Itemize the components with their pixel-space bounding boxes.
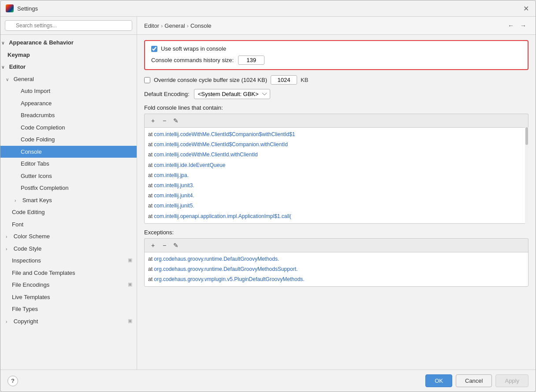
sidebar-item-editor-tabs[interactable]: Editor Tabs <box>0 158 137 170</box>
sidebar-item-code-style[interactable]: › Code Style <box>0 243 137 255</box>
override-buffer-label: Override console cycle buffer size (1024… <box>154 77 267 83</box>
buffer-size-input[interactable] <box>271 75 297 85</box>
sidebar-item-postfix-completion[interactable]: Postfix Completion <box>0 182 137 194</box>
close-button[interactable]: ✕ <box>521 4 530 13</box>
list-item: at org.codehaus.groovy.vmplugin.v5.Plugi… <box>145 274 528 285</box>
sidebar-item-file-encodings[interactable]: File Encodings ▣ <box>0 279 137 291</box>
sidebar-item-appearance[interactable]: Appearance <box>0 97 137 110</box>
ok-button[interactable]: OK <box>425 374 452 387</box>
sidebar-item-copyright[interactable]: › Copyright ▣ <box>0 315 137 328</box>
breadcrumb: Editor › General › Console <box>144 22 212 29</box>
soft-wraps-checkbox[interactable] <box>151 46 157 52</box>
kb-label: KB <box>301 77 308 83</box>
fold-list-container: at com.intellij.codeWithMe.ClientId$Comp… <box>144 127 529 224</box>
sidebar-item-appearance-behavior[interactable]: ∨ Appearance & Behavior <box>0 37 137 49</box>
exceptions-toolbar: + − ✎ <box>144 238 529 252</box>
dialog-title: Settings <box>17 5 38 12</box>
nav-forward-button[interactable]: → <box>518 20 529 31</box>
fold-toolbar: + − ✎ <box>144 114 529 127</box>
highlighted-settings-box: Use soft wraps in console Console comman… <box>144 40 529 70</box>
search-input[interactable] <box>5 20 132 31</box>
exceptions-edit-button[interactable]: ✎ <box>171 240 181 250</box>
nav-back-button[interactable]: ← <box>506 20 516 31</box>
settings-tree: ∨ Appearance & Behavior Keymap ∨ Editor … <box>0 35 137 370</box>
breadcrumb-editor: Editor <box>144 22 159 29</box>
exceptions-remove-button[interactable]: − <box>160 240 169 250</box>
app-icon <box>6 4 14 12</box>
chevron-icon: ∨ <box>6 76 12 83</box>
help-button[interactable]: ? <box>7 376 18 386</box>
encoding-select[interactable]: <System Default: GBK> UTF-8 ISO-8859-1 <box>194 89 270 99</box>
sidebar-item-font[interactable]: Font <box>0 218 137 231</box>
fold-list-inner: at com.intellij.codeWithMe.ClientId$Comp… <box>145 128 528 223</box>
encoding-label: Default Encoding: <box>144 91 190 97</box>
sidebar-item-inspections[interactable]: Inspections ▣ <box>0 255 137 267</box>
encoding-row: Default Encoding: <System Default: GBK> … <box>144 89 529 99</box>
file-encodings-icon: ▣ <box>128 281 132 288</box>
soft-wraps-label: Use soft wraps in console <box>161 45 226 52</box>
sidebar-item-gutter-icons[interactable]: Gutter Icons <box>0 170 137 182</box>
copyright-icon: ▣ <box>128 317 132 325</box>
sidebar-item-code-editing[interactable]: Code Editing <box>0 206 137 218</box>
exceptions-add-button[interactable]: + <box>148 240 158 250</box>
fold-remove-button[interactable]: − <box>160 116 169 126</box>
sidebar-item-live-templates[interactable]: Live Templates <box>0 291 137 303</box>
sidebar-item-general[interactable]: ∨ General <box>0 73 137 85</box>
list-item: at com.intellij.openapi.application.impl… <box>145 211 528 222</box>
sidebar-item-color-scheme[interactable]: › Color Scheme <box>0 230 137 243</box>
cancel-button[interactable]: Cancel <box>456 374 492 387</box>
exceptions-label: Exceptions: <box>144 229 529 236</box>
fold-section: Fold console lines that contain: + − ✎ a… <box>144 104 529 224</box>
exceptions-list-inner: at org.codehaus.groovy.runtime.DefaultGr… <box>145 252 528 287</box>
list-item: at org.codehaus.groovy.runtime.DefaultGr… <box>145 254 528 264</box>
chevron-icon: › <box>6 233 12 240</box>
fold-add-button[interactable]: + <box>148 116 158 126</box>
chevron-icon: › <box>15 197 21 204</box>
breadcrumb-general: General <box>164 22 185 29</box>
chevron-icon: ∨ <box>1 64 7 70</box>
list-item: at com.intellij.junit5. <box>145 201 528 211</box>
soft-wraps-row: Use soft wraps in console <box>151 45 521 52</box>
sidebar: 🔍 ∨ Appearance & Behavior Keymap ∨ Edito… <box>0 17 137 370</box>
fold-label: Fold console lines that contain: <box>144 104 529 111</box>
chevron-icon: › <box>6 318 12 325</box>
fold-list-box: at com.intellij.codeWithMe.ClientId$Comp… <box>144 127 529 224</box>
breadcrumb-sep1: › <box>161 22 163 29</box>
sidebar-item-code-completion[interactable]: Code Completion <box>0 122 137 134</box>
list-item: at com.intellij.ide.IdeEventQueue <box>145 160 528 170</box>
history-size-label: Console commands history size: <box>151 57 234 63</box>
bottom-bar: ? OK Cancel Apply <box>0 370 536 392</box>
inspections-icon: ▣ <box>128 256 132 264</box>
fold-scroll-thumb <box>525 127 528 145</box>
sidebar-item-editor[interactable]: ∨ Editor <box>0 61 137 73</box>
sidebar-item-file-code-templates[interactable]: File and Code Templates <box>0 267 137 279</box>
list-item: at com.intellij.codeWithMe.ClientId$Comp… <box>145 140 528 150</box>
action-buttons: OK Cancel Apply <box>425 374 529 387</box>
sidebar-item-file-types[interactable]: File Types <box>0 303 137 315</box>
breadcrumb-sep2: › <box>187 22 189 29</box>
sidebar-item-keymap[interactable]: Keymap <box>0 49 137 61</box>
search-wrapper: 🔍 <box>5 20 132 31</box>
fold-edit-button[interactable]: ✎ <box>171 116 181 126</box>
apply-button[interactable]: Apply <box>495 374 529 387</box>
sidebar-item-console[interactable]: Console <box>0 146 137 158</box>
list-item: at com.intellij.junit3. <box>145 181 528 191</box>
sidebar-item-smart-keys[interactable]: › Smart Keys <box>0 194 137 207</box>
list-item: at com.intellij.jpa. <box>145 170 528 181</box>
list-item: at com.intellij.codeWithMe.ClientId$Comp… <box>145 129 528 140</box>
sidebar-item-auto-import[interactable]: Auto Import <box>0 85 137 97</box>
title-bar: Settings ✕ <box>0 0 536 17</box>
settings-panel: Use soft wraps in console Console comman… <box>137 35 536 370</box>
exceptions-section: Exceptions: + − ✎ at org.codehaus.groovy… <box>144 229 529 287</box>
main-content: 🔍 ∨ Appearance & Behavior Keymap ∨ Edito… <box>0 17 536 370</box>
history-size-row: Console commands history size: <box>151 55 521 65</box>
history-size-input[interactable] <box>238 55 264 65</box>
list-item: at com.intellij.junit4. <box>145 191 528 201</box>
chevron-icon: ∨ <box>1 40 7 46</box>
fold-scrollbar[interactable] <box>525 127 529 224</box>
list-item: at org.codehaus.groovy.runtime.DefaultGr… <box>145 264 528 274</box>
override-buffer-checkbox[interactable] <box>144 77 150 83</box>
sidebar-item-breadcrumbs[interactable]: Breadcrumbs <box>0 109 137 122</box>
sidebar-item-code-folding[interactable]: Code Folding <box>0 133 137 146</box>
nav-buttons: ← → <box>506 20 529 31</box>
